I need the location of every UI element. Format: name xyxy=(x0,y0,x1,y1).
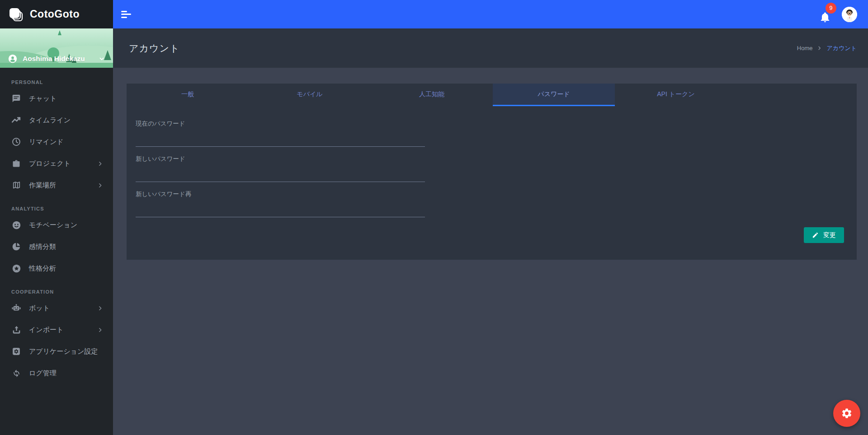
account-tabs: 一般 モバイル 人工知能 パスワード API トークン xyxy=(127,84,857,106)
change-password-button[interactable]: 変更 xyxy=(804,227,844,243)
workplace-map-icon xyxy=(11,180,21,190)
sidebar-item-bot[interactable]: ボット xyxy=(0,297,113,319)
user-icon xyxy=(8,54,17,63)
chevron-right-icon xyxy=(817,46,822,51)
current-password-input[interactable] xyxy=(136,128,425,147)
chevron-right-icon xyxy=(97,327,103,333)
tab-api-token[interactable]: API トークン xyxy=(615,84,737,106)
log-sync-icon xyxy=(11,368,21,378)
sidebar-item-app-settings[interactable]: アプリケーション設定 xyxy=(0,341,113,362)
confirm-password-field-group: 新しいパスワード再 xyxy=(136,190,425,217)
new-password-field-group: 新しいパスワード xyxy=(136,155,425,182)
timeline-icon xyxy=(11,115,21,125)
section-header-personal: PERSONAL xyxy=(0,70,113,88)
sidebar-nav: PERSONAL チャット タイムライン リマインド xyxy=(0,68,113,384)
sidebar-item-project[interactable]: プロジェクト xyxy=(0,153,113,174)
sidebar-item-emotion[interactable]: 感情分類 xyxy=(0,236,113,257)
bot-icon xyxy=(11,303,21,313)
tab-mobile[interactable]: モバイル xyxy=(249,84,371,106)
sidebar-item-import[interactable]: インポート xyxy=(0,319,113,341)
chat-icon xyxy=(11,94,21,103)
emotion-pie-icon xyxy=(11,242,21,252)
remind-clock-icon xyxy=(11,137,21,147)
user-panel[interactable]: Aoshima Hidekazu xyxy=(0,28,113,68)
sidebar-item-chat[interactable]: チャット xyxy=(0,88,113,109)
app-root: CotoGoto xyxy=(0,0,868,435)
breadcrumb-current[interactable]: アカウント xyxy=(826,44,857,52)
sidebar: CotoGoto xyxy=(0,0,113,435)
chevron-right-icon xyxy=(97,161,103,167)
sidebar-item-workplace[interactable]: 作業場所 xyxy=(0,174,113,196)
sidebar-item-personality[interactable]: 性格分析 xyxy=(0,257,113,279)
main-content: 一般 モバイル 人工知能 パスワード API トークン 現在のパスワード 新しい… xyxy=(113,68,868,435)
page-header: アカウント Home アカウント xyxy=(113,28,868,68)
account-card: 一般 モバイル 人工知能 パスワード API トークン 現在のパスワード 新しい… xyxy=(127,84,857,260)
tab-ai[interactable]: 人工知能 xyxy=(371,84,493,106)
confirm-password-input[interactable] xyxy=(136,198,425,217)
settings-fab-button[interactable] xyxy=(833,400,860,427)
section-header-analytics: ANALYTICS xyxy=(0,196,113,214)
cotogoto-logo-icon xyxy=(8,7,24,22)
gear-icon xyxy=(841,407,853,419)
brand-name: CotoGoto xyxy=(30,8,80,20)
tab-password[interactable]: パスワード xyxy=(493,84,615,106)
sidebar-item-motivation[interactable]: モチベーション xyxy=(0,214,113,236)
hamburger-menu-button[interactable] xyxy=(121,10,133,19)
sidebar-item-remind[interactable]: リマインド xyxy=(0,131,113,153)
notifications-button[interactable]: 9 xyxy=(819,5,833,23)
pencil-icon xyxy=(812,232,819,239)
app-settings-icon xyxy=(11,346,21,356)
sidebar-item-timeline[interactable]: タイムライン xyxy=(0,109,113,131)
tab-general[interactable]: 一般 xyxy=(127,84,249,106)
confirm-password-label: 新しいパスワード再 xyxy=(136,190,425,198)
section-header-cooperation: COOPERATION xyxy=(0,279,113,297)
new-password-input[interactable] xyxy=(136,163,425,182)
current-password-field-group: 現在のパスワード xyxy=(136,120,425,147)
chevron-down-icon[interactable] xyxy=(99,56,105,62)
notification-count-badge: 9 xyxy=(826,3,836,14)
page-title: アカウント xyxy=(129,42,179,55)
import-upload-icon xyxy=(11,325,21,335)
chevron-right-icon xyxy=(97,182,103,188)
sidebar-item-log[interactable]: ログ管理 xyxy=(0,362,113,384)
password-form: 現在のパスワード 新しいパスワード 新しいパスワード再 xyxy=(127,106,857,217)
user-name: Aoshima Hidekazu xyxy=(23,55,93,63)
project-briefcase-icon xyxy=(11,159,21,168)
personality-star-icon xyxy=(11,263,21,273)
breadcrumb-home-link[interactable]: Home xyxy=(797,45,813,51)
user-avatar[interactable] xyxy=(842,7,857,22)
brand-logo[interactable]: CotoGoto xyxy=(0,0,113,28)
current-password-label: 現在のパスワード xyxy=(136,120,425,128)
breadcrumb: Home アカウント xyxy=(797,44,857,52)
motivation-face-icon xyxy=(11,220,21,230)
chevron-right-icon xyxy=(97,305,103,311)
new-password-label: 新しいパスワード xyxy=(136,155,425,163)
topbar: 9 xyxy=(113,0,868,28)
